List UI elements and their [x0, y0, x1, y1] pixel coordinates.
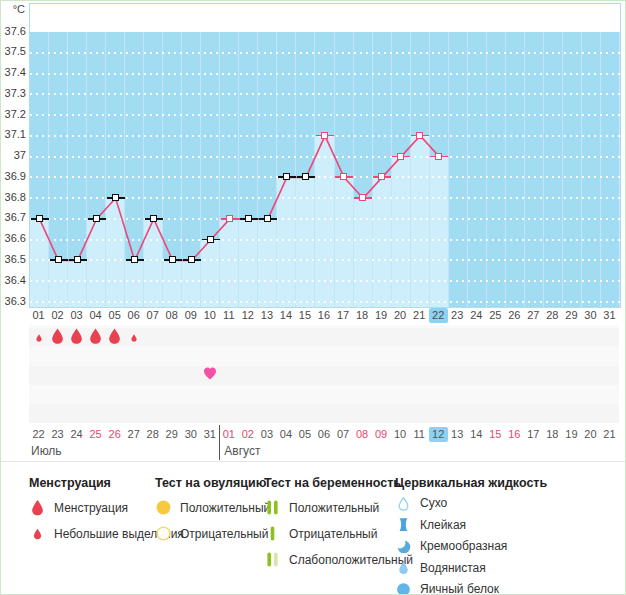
cycle-day-06[interactable]: 06 — [124, 308, 143, 323]
menstruation-drop-icon-day-03[interactable] — [68, 327, 85, 349]
cycle-day-23[interactable]: 23 — [448, 308, 467, 323]
temp-point-day-18[interactable] — [359, 194, 366, 201]
temp-point-day-02[interactable] — [55, 256, 62, 263]
cycle-day-01[interactable]: 01 — [29, 308, 48, 323]
cycle-day-16[interactable]: 16 — [314, 308, 333, 323]
temp-bar-day-05[interactable] — [106, 198, 124, 307]
calendar-date-Июль-22[interactable]: 22 — [29, 427, 48, 442]
calendar-date-Август-09[interactable]: 09 — [372, 427, 391, 442]
temp-point-day-05[interactable] — [112, 194, 119, 201]
temp-point-day-09[interactable] — [188, 256, 195, 263]
cycle-day-02[interactable]: 02 — [48, 308, 67, 323]
calendar-date-Август-12[interactable]: 12 — [429, 427, 448, 442]
temp-point-day-20[interactable] — [397, 153, 404, 160]
menstruation-drop-icon-day-01[interactable] — [33, 330, 45, 348]
temp-point-day-04[interactable] — [93, 215, 100, 222]
calendar-date-Июль-25[interactable]: 25 — [86, 427, 105, 442]
cycle-day-12[interactable]: 12 — [238, 308, 257, 323]
temp-point-day-16[interactable] — [321, 132, 328, 139]
calendar-date-Август-06[interactable]: 06 — [314, 427, 333, 442]
temp-bar-day-10[interactable] — [201, 240, 219, 307]
temp-point-day-01[interactable] — [36, 215, 43, 222]
menstruation-drop-icon-day-05[interactable] — [106, 327, 123, 349]
cycle-day-29[interactable]: 29 — [562, 308, 581, 323]
temp-point-day-06[interactable] — [131, 256, 138, 263]
cycle-day-24[interactable]: 24 — [467, 308, 486, 323]
temp-point-day-08[interactable] — [169, 256, 176, 263]
cycle-day-07[interactable]: 07 — [143, 308, 162, 323]
calendar-date-Август-18[interactable]: 18 — [543, 427, 562, 442]
intercourse-heart-icon-day-10[interactable] — [202, 366, 218, 385]
calendar-date-Август-11[interactable]: 11 — [410, 427, 429, 442]
temp-bar-day-22[interactable] — [430, 157, 448, 307]
cycle-day-26[interactable]: 26 — [505, 308, 524, 323]
menstruation-drop-icon-day-06[interactable] — [128, 330, 140, 348]
temp-point-day-15[interactable] — [302, 173, 309, 180]
temp-bar-day-12[interactable] — [239, 219, 257, 307]
cycle-day-30[interactable]: 30 — [581, 308, 600, 323]
cycle-day-09[interactable]: 09 — [181, 308, 200, 323]
calendar-date-Август-14[interactable]: 14 — [467, 427, 486, 442]
temp-point-day-14[interactable] — [283, 173, 290, 180]
calendar-date-Август-04[interactable]: 04 — [276, 427, 295, 442]
cycle-day-21[interactable]: 21 — [410, 308, 429, 323]
cycle-day-22[interactable]: 22 — [429, 308, 448, 323]
temp-point-day-07[interactable] — [150, 215, 157, 222]
temp-bar-day-20[interactable] — [392, 157, 410, 307]
temp-point-day-11[interactable] — [226, 215, 233, 222]
calendar-date-Август-19[interactable]: 19 — [562, 427, 581, 442]
calendar-date-Август-03[interactable]: 03 — [257, 427, 276, 442]
cycle-day-04[interactable]: 04 — [86, 308, 105, 323]
cycle-day-18[interactable]: 18 — [353, 308, 372, 323]
cycle-day-25[interactable]: 25 — [486, 308, 505, 323]
plot-area[interactable] — [29, 3, 621, 308]
temp-bar-day-04[interactable] — [87, 219, 105, 307]
calendar-date-Август-05[interactable]: 05 — [295, 427, 314, 442]
calendar-date-Август-13[interactable]: 13 — [448, 427, 467, 442]
calendar-date-Август-01[interactable]: 01 — [219, 427, 238, 442]
calendar-date-Июль-23[interactable]: 23 — [48, 427, 67, 442]
cycle-day-05[interactable]: 05 — [105, 308, 124, 323]
cycle-day-17[interactable]: 17 — [334, 308, 353, 323]
temp-bar-day-11[interactable] — [220, 219, 238, 307]
temp-bar-day-07[interactable] — [144, 219, 162, 307]
cycle-day-08[interactable]: 08 — [162, 308, 181, 323]
temp-point-day-10[interactable] — [207, 236, 214, 243]
calendar-date-Июль-24[interactable]: 24 — [67, 427, 86, 442]
cycle-day-31[interactable]: 31 — [600, 308, 619, 323]
cycle-day-13[interactable]: 13 — [257, 308, 276, 323]
menstruation-drop-icon-day-02[interactable] — [49, 327, 66, 349]
temp-point-day-22[interactable] — [435, 153, 442, 160]
menstruation-drop-icon-day-04[interactable] — [87, 327, 104, 349]
calendar-date-Июль-30[interactable]: 30 — [181, 427, 200, 442]
calendar-date-Июль-26[interactable]: 26 — [105, 427, 124, 442]
temp-point-day-19[interactable] — [378, 173, 385, 180]
temp-bar-day-01[interactable] — [30, 219, 48, 307]
calendar-date-Август-02[interactable]: 02 — [238, 427, 257, 442]
cycle-day-14[interactable]: 14 — [276, 308, 295, 323]
cycle-day-19[interactable]: 19 — [372, 308, 391, 323]
cycle-day-11[interactable]: 11 — [219, 308, 238, 323]
calendar-date-Август-20[interactable]: 20 — [581, 427, 600, 442]
tracker-rows[interactable] — [29, 325, 619, 423]
cycle-day-20[interactable]: 20 — [391, 308, 410, 323]
temp-point-day-03[interactable] — [74, 256, 81, 263]
calendar-date-Июль-27[interactable]: 27 — [124, 427, 143, 442]
temp-bar-day-18[interactable] — [354, 198, 372, 307]
calendar-date-Август-08[interactable]: 08 — [353, 427, 372, 442]
cycle-day-27[interactable]: 27 — [524, 308, 543, 323]
calendar-date-Июль-28[interactable]: 28 — [143, 427, 162, 442]
temp-point-day-21[interactable] — [416, 132, 423, 139]
calendar-date-Июль-31[interactable]: 31 — [200, 427, 219, 442]
temp-bar-day-13[interactable] — [258, 219, 276, 307]
temp-point-day-17[interactable] — [340, 173, 347, 180]
calendar-date-Август-15[interactable]: 15 — [486, 427, 505, 442]
temp-point-day-12[interactable] — [245, 215, 252, 222]
calendar-date-Август-17[interactable]: 17 — [524, 427, 543, 442]
temp-point-day-13[interactable] — [264, 215, 271, 222]
calendar-date-Август-10[interactable]: 10 — [391, 427, 410, 442]
cycle-day-10[interactable]: 10 — [200, 308, 219, 323]
calendar-date-Август-16[interactable]: 16 — [505, 427, 524, 442]
calendar-date-Август-21[interactable]: 21 — [600, 427, 619, 442]
cycle-day-15[interactable]: 15 — [295, 308, 314, 323]
